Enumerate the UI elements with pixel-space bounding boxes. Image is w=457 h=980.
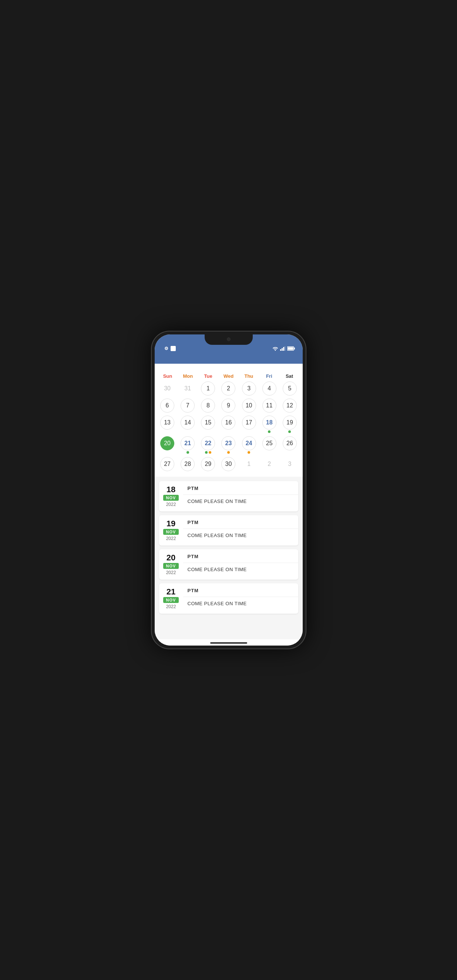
day-number: 2 [221, 382, 235, 396]
event-type: PTM [187, 588, 199, 593]
svg-rect-7 [287, 347, 293, 350]
calendar-day-4[interactable]: 4 [259, 380, 279, 397]
day-headers: Sun Mon Tue Wed Thu Fri Sat [155, 372, 303, 380]
svg-rect-6 [294, 347, 295, 349]
event-desc-row: COME PLEASE ON TIME [183, 495, 298, 508]
header-wed: Wed [218, 372, 239, 380]
calendar-day-14[interactable]: 14 [178, 414, 198, 434]
calendar-grid: 3031123456789101112131415161718192021222… [155, 380, 303, 477]
event-year: 2022 [166, 536, 176, 541]
calendar-day-6[interactable]: 6 [158, 398, 177, 414]
calendar-day-24[interactable]: 24 [239, 435, 259, 455]
calendar-day-8[interactable]: 8 [198, 398, 218, 414]
phone-screen: Sun Mon Tue Wed Thu Fri Sat 303112345678… [155, 334, 303, 646]
calendar-day-27[interactable]: 27 [158, 456, 177, 472]
calendar-day-29[interactable]: 29 [198, 456, 218, 472]
header-thu: Thu [239, 372, 259, 380]
event-card-2[interactable]: 20 NOV 2022 PTM COME PLEASE ON TIME [159, 549, 298, 580]
calendar-day-2[interactable]: 2 [259, 456, 279, 472]
day-number: 8 [201, 399, 215, 413]
event-desc-row: COME PLEASE ON TIME [183, 597, 298, 609]
calendar-day-30[interactable]: 30 [219, 456, 238, 472]
calendar-day-3[interactable]: 3 [239, 380, 259, 397]
event-card-0[interactable]: 18 NOV 2022 PTM COME PLEASE ON TIME [159, 481, 298, 511]
day-number: 15 [201, 415, 215, 430]
calendar-day-12[interactable]: 12 [280, 398, 299, 414]
svg-rect-3 [283, 347, 284, 351]
event-day-number: 21 [167, 588, 175, 596]
calendar-day-15[interactable]: 15 [198, 414, 218, 434]
event-description: COME PLEASE ON TIME [187, 498, 247, 504]
calendar-day-30[interactable]: 30 [158, 380, 177, 397]
square-icon [171, 346, 176, 351]
calendar-day-1[interactable]: 1 [198, 380, 218, 397]
svg-rect-2 [282, 348, 283, 351]
event-details-col: PTM COME PLEASE ON TIME [183, 515, 298, 546]
day-number: 19 [283, 415, 297, 430]
event-dots [227, 451, 230, 454]
event-month-badge: NOV [163, 529, 179, 535]
calendar-day-21[interactable]: 21 [178, 435, 198, 455]
event-desc-row: COME PLEASE ON TIME [183, 563, 298, 576]
calendar-day-13[interactable]: 13 [158, 414, 177, 434]
events-section: 18 NOV 2022 PTM COME PLEASE ON TIME 19 N… [155, 477, 303, 622]
event-date-col: 21 NOV 2022 [159, 583, 183, 614]
day-number: 20 [160, 436, 174, 450]
event-description: COME PLEASE ON TIME [187, 533, 247, 538]
event-card-3[interactable]: 21 NOV 2022 PTM COME PLEASE ON TIME [159, 583, 298, 614]
event-type: PTM [187, 554, 199, 559]
day-number: 18 [262, 415, 276, 430]
calendar-day-17[interactable]: 17 [239, 414, 259, 434]
calendar-day-18[interactable]: 18 [259, 414, 279, 434]
calendar-day-20[interactable]: 20 [158, 435, 177, 455]
event-date-col: 19 NOV 2022 [159, 515, 183, 546]
calendar-day-9[interactable]: 9 [219, 398, 238, 414]
event-date-col: 18 NOV 2022 [159, 481, 183, 511]
event-type-row: PTM [183, 583, 298, 597]
calendar-day-26[interactable]: 26 [280, 435, 299, 455]
calendar-day-19[interactable]: 19 [280, 414, 299, 434]
calendar-day-2[interactable]: 2 [219, 380, 238, 397]
green-dot [205, 451, 208, 454]
calendar-day-1[interactable]: 1 [239, 456, 259, 472]
day-number: 12 [283, 399, 297, 413]
day-number: 7 [181, 399, 195, 413]
calendar-day-5[interactable]: 5 [280, 380, 299, 397]
calendar-day-25[interactable]: 25 [259, 435, 279, 455]
green-dot [288, 430, 291, 433]
day-number: 27 [160, 457, 174, 471]
day-number: 5 [283, 382, 297, 396]
calendar-day-16[interactable]: 16 [219, 414, 238, 434]
day-number: 1 [201, 382, 215, 396]
event-type-row: PTM [183, 481, 298, 495]
calendar-day-7[interactable]: 7 [178, 398, 198, 414]
calendar-day-10[interactable]: 10 [239, 398, 259, 414]
event-day-number: 20 [167, 554, 175, 562]
calendar-day-3[interactable]: 3 [280, 456, 299, 472]
event-type-row: PTM [183, 549, 298, 563]
svg-point-0 [275, 350, 276, 351]
calendar-day-28[interactable]: 28 [178, 456, 198, 472]
calendar-day-11[interactable]: 11 [259, 398, 279, 414]
calendar-container: Sun Mon Tue Wed Thu Fri Sat 303112345678… [155, 364, 303, 639]
phone-notch [205, 334, 253, 345]
menu-button[interactable] [294, 357, 297, 360]
event-year: 2022 [166, 502, 176, 507]
status-icons [272, 346, 295, 351]
calendar-day-31[interactable]: 31 [178, 380, 198, 397]
day-number: 28 [181, 457, 195, 471]
calendar-day-22[interactable]: 22 [198, 435, 218, 455]
back-button[interactable] [160, 357, 163, 360]
event-card-1[interactable]: 19 NOV 2022 PTM COME PLEASE ON TIME [159, 515, 298, 546]
orange-dot [248, 451, 250, 454]
day-number: 3 [242, 382, 256, 396]
green-dot [268, 430, 270, 433]
day-number: 23 [221, 436, 235, 450]
day-number: 3 [283, 457, 297, 471]
event-dots [205, 451, 211, 454]
event-type: PTM [187, 520, 199, 525]
day-number: 30 [160, 382, 174, 396]
day-number: 22 [201, 436, 215, 450]
calendar-day-23[interactable]: 23 [219, 435, 238, 455]
event-dots [248, 451, 250, 454]
